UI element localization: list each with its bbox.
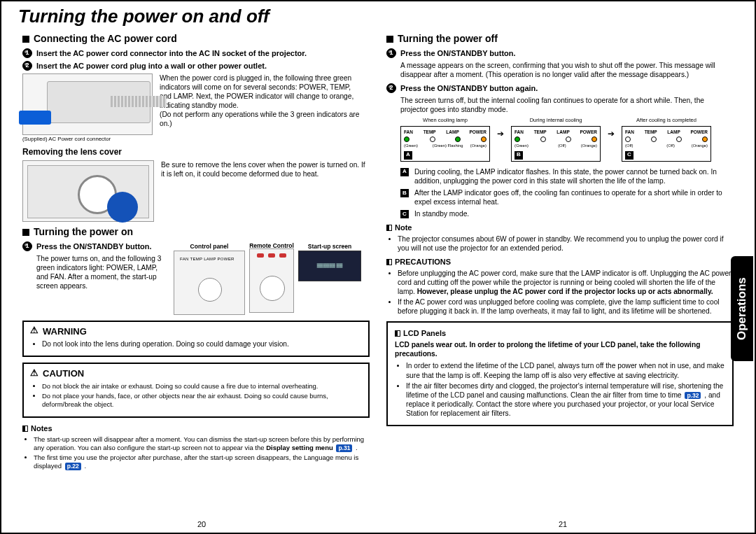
caution-item-exhaust: Do not place your hands, face, or other … <box>42 392 361 409</box>
step-number-1-icon: 1 <box>22 48 32 58</box>
note-startup-screen: The start-up screen will disappear after… <box>34 435 370 452</box>
led-state-c: FANTEMPLAMPPOWER (Off)(Off)(Orange) C <box>622 126 711 162</box>
led-status-diagram: When cooling lamp FANTEMPLAMPPOWER (Gree… <box>400 117 734 161</box>
figure-caption-ac-cord: (Supplied) AC Power cord connector <box>22 136 153 143</box>
power-on-description: The power turns on, and the following 3 … <box>36 254 168 290</box>
precautions-heading: PRECAUTIONS <box>386 257 734 267</box>
lens-cap-icon <box>107 192 138 223</box>
section-turning-power-on: Turning the power on <box>22 226 370 239</box>
note-heading-right: Note <box>386 223 734 232</box>
figure-projector-ac-cord <box>22 73 153 135</box>
ac-plug-icon <box>19 111 51 125</box>
lcd-tip-turn-off: In order to extend the lifetime of the L… <box>406 361 725 379</box>
figure-control-panel: FAN TEMP LAMP POWER <box>174 251 245 315</box>
caution-box: CAUTION Do not block the air intake or e… <box>22 363 370 417</box>
state-b-description: BAfter the LAMP indicator goes off, the … <box>400 188 734 206</box>
caution-triangle-icon <box>31 370 40 379</box>
step-1-insert-ac-in: 1 Insert the AC power cord connector int… <box>22 48 370 58</box>
section-tab-operations: Operations <box>731 256 753 361</box>
section-turning-power-off: Turning the power off <box>386 33 734 45</box>
figure-remote-control <box>249 248 294 313</box>
section-removing-lens-cover: Removing the lens cover <box>22 147 370 157</box>
step-press-onstandby-off-1: 1 Press the ON/STANDBY button. <box>386 48 734 58</box>
led-state-b: FANTEMPLAMPPOWER (Green)(Off)(Orange) B <box>511 126 601 162</box>
section-connecting-ac: Connecting the AC power cord <box>22 33 370 45</box>
plug-in-description: When the power cord is plugged in, the f… <box>160 73 364 110</box>
page-ref-31: p.31 <box>336 444 352 452</box>
step-number-2-icon: 2 <box>386 83 396 93</box>
lcd-lead-text: LCD panels wear out. In order to prolong… <box>395 340 725 358</box>
power-off-step2-body: The screen turns off, but the internal c… <box>400 96 734 114</box>
lcd-panels-box: LCD Panels LCD panels wear out. In order… <box>386 321 734 426</box>
warning-item-lens: Do not look into the lens during operati… <box>42 339 361 349</box>
step-press-onstandby-on: 1 Press the ON/STANDBY button. <box>22 241 168 251</box>
page-ref-22: p.22 <box>65 463 81 470</box>
label-control-panel: Control panel <box>174 243 245 251</box>
page-number-right: 21 <box>559 520 567 528</box>
lens-cover-description: Be sure to remove the lens cover when th… <box>161 160 365 178</box>
arrow-right-icon: ➔ <box>608 129 615 149</box>
step-2-insert-wall: 2 Insert the AC power cord plug into a w… <box>22 61 370 71</box>
caution-item-air-intake: Do not block the air intake or exhaust. … <box>42 382 361 391</box>
label-remote-control: Remote Control <box>249 243 294 249</box>
step-number-2-icon: 2 <box>22 61 32 71</box>
note-language-menu: The first time you use the projector aft… <box>34 454 370 470</box>
plug-in-note: (Do not perform any operations while the… <box>160 110 364 128</box>
step-number-1-icon: 1 <box>22 241 32 251</box>
page-title: Turning the power on and off <box>18 6 745 27</box>
power-off-step1-body: A message appears on the screen, confirm… <box>400 61 734 79</box>
figure-lens-cover <box>22 160 154 222</box>
page-number-left: 20 <box>197 520 206 528</box>
right-column: Turning the power off 1 Press the ON/STA… <box>386 31 734 472</box>
figure-startup-screen: ▓▓▓▓▓▓ ▓▓ <box>298 251 361 281</box>
precaution-unplug-cord: Before unplugging the AC power cord, mak… <box>398 269 734 296</box>
page-ref-32: p.32 <box>685 392 701 400</box>
led-state-a: FANTEMPLAMPPOWER (Green)(Green) Flashing… <box>400 126 490 162</box>
manual-page-spread: Operations Turning the power on and off … <box>0 0 756 534</box>
precaution-cooling: If the AC power cord was unplugged befor… <box>398 297 734 316</box>
state-a-description: ADuring cooling, the LAMP indicator flas… <box>400 167 734 185</box>
arrow-right-icon: ➔ <box>497 129 504 149</box>
step-number-1-icon: 1 <box>386 48 396 58</box>
warning-box: WARNING Do not look into the lens during… <box>22 321 370 358</box>
note-standby-power: The projector consumes about 6W of power… <box>398 234 734 253</box>
left-column: Connecting the AC power cord 1 Insert th… <box>22 31 370 472</box>
lcd-tip-air-filter: If the air filter becomes dirty and clog… <box>406 381 725 418</box>
state-c-description: CIn standby mode. <box>400 209 734 218</box>
label-startup-screen: Start-up screen <box>298 243 361 251</box>
notes-heading: Notes <box>22 423 370 433</box>
step-press-onstandby-off-2: 2 Press the ON/STANDBY button again. <box>386 83 734 93</box>
warning-triangle-icon <box>31 328 40 336</box>
